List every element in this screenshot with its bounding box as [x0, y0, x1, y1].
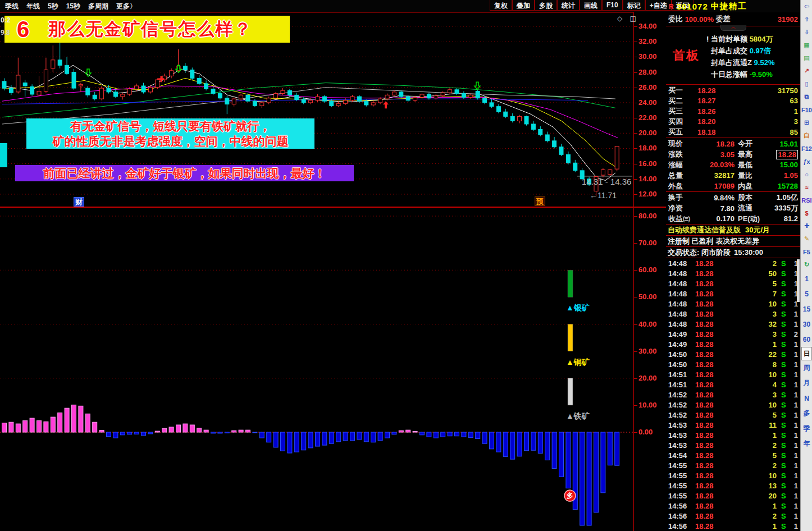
legend-bar — [568, 324, 573, 351]
menu-item-多周期[interactable]: 多周期 — [84, 2, 112, 11]
menu-item-更多〉[interactable]: 更多〉 — [112, 2, 140, 11]
period-button-月[interactable]: 月 — [801, 376, 812, 391]
menu-button-+自选[interactable]: +自选 — [645, 0, 672, 11]
menu-button-统计[interactable]: 统计 — [557, 0, 580, 11]
axis-tick — [634, 26, 637, 27]
draw-icon[interactable]: ✎ — [801, 232, 812, 245]
mine-indicator-panel[interactable]: ▲银矿▲铜矿▲铁矿多 — [0, 207, 633, 531]
down-icon[interactable]: ⇩ — [801, 26, 812, 39]
trend-chart-icon[interactable]: ↗ — [801, 65, 812, 77]
tick-row: 14:4818.2850S1 — [666, 268, 800, 278]
status-text: 交易状态: 闭市阶段 — [668, 248, 731, 258]
stock-title: R 301072 中捷精工 — [669, 1, 747, 12]
period-button-1[interactable]: 1 — [801, 271, 812, 286]
period-button-5[interactable]: 5 — [801, 286, 812, 301]
quote-value: 18.28 — [693, 140, 738, 148]
period-button-日[interactable]: 日 — [801, 347, 812, 360]
tick-list-scrollbar[interactable] — [797, 259, 800, 302]
custom-icon[interactable]: 自 — [801, 129, 812, 142]
quote-value: 9.84% — [693, 194, 738, 202]
refresh-icon[interactable]: ↻ — [801, 258, 812, 271]
quote-row: 换手9.84%股本1.05亿 — [666, 193, 800, 203]
tick-list[interactable]: 14:4818.282S114:4818.2850S114:4818.285S1… — [666, 258, 800, 531]
event-tag-report[interactable]: 财 — [74, 197, 84, 207]
promo-row[interactable]: 自动续费通达信普及版 30元/月 — [666, 225, 800, 236]
move-icon[interactable]: ✚ — [801, 219, 812, 232]
tick-row: 14:5618.281S1 — [666, 521, 800, 531]
formula-icon[interactable]: ƒx — [801, 155, 812, 168]
menu-item-季线[interactable]: 季线 — [1, 2, 22, 11]
weibi-value: 100.00% — [685, 15, 714, 24]
menu-item-5秒[interactable]: 5秒 — [44, 2, 62, 11]
chart-window-icons[interactable]: ◇ ◫ — [617, 15, 639, 22]
back-icon[interactable]: ⇦ — [801, 0, 812, 13]
period-button-年[interactable]: 年 — [801, 436, 812, 451]
multi-window-icon[interactable]: ⧉ — [801, 90, 812, 103]
bid-volume: 31750 — [737, 86, 798, 95]
f5-switch-icon[interactable]: F5 — [801, 245, 812, 258]
bid-levels-section: 买一18.2831750买二18.2763买三18.261买四18.203买五1… — [666, 85, 800, 138]
f10-info-icon[interactable]: F10 — [801, 103, 812, 116]
quote-grid-icon[interactable]: ▦ — [801, 39, 812, 52]
main-axis-label: 26.00 — [638, 83, 657, 91]
menu-button-复权[interactable]: 复权 — [490, 0, 512, 11]
main-axis-label: 32.00 — [638, 37, 657, 45]
tick-row: 14:5018.2822S1 — [666, 349, 800, 359]
sub-axis-label: 70.00 — [638, 239, 657, 247]
period-button-多[interactable]: 多 — [801, 406, 812, 421]
menu-item-年线[interactable]: 年线 — [22, 2, 44, 11]
promo-text: 自动续费通达信普及版 — [668, 225, 741, 235]
up-icon[interactable]: ⇧ — [801, 13, 812, 26]
wave-icon[interactable]: ≈ — [801, 181, 812, 194]
bid-row: 买二18.2763 — [666, 96, 800, 107]
main-axis-label: 22.00 — [638, 113, 657, 122]
tick-row: 14:4818.2810S1 — [666, 299, 800, 309]
menu-button-叠加[interactable]: 叠加 — [512, 0, 535, 11]
event-tag-forecast[interactable]: 预 — [535, 196, 545, 206]
block-tree-icon[interactable]: ⊞ — [801, 116, 812, 129]
rank-list-icon[interactable]: ▤ — [801, 52, 812, 65]
chart-tools-menu: 复权叠加多股统计画线F10标记+自选返回 — [490, 0, 694, 12]
f12-trade-icon[interactable]: F12 — [801, 142, 812, 155]
status-time: 15:30:00 — [734, 248, 763, 257]
axis-tick — [634, 405, 637, 406]
quote-value: 3335万 — [764, 203, 798, 213]
mark-circle-icon[interactable]: ○ — [801, 168, 812, 181]
tick-row: 14:5318.282S1 — [666, 440, 800, 450]
axis-tick — [634, 378, 637, 379]
legend-label: ▲铁矿 — [566, 411, 590, 420]
bid-price: 18.28 — [697, 86, 737, 95]
stat-value: 0.97倍 — [750, 46, 771, 56]
money-icon[interactable]: $ — [801, 207, 812, 219]
bid-volume: 1 — [737, 107, 798, 116]
tick-row: 14:5218.283S1 — [666, 390, 800, 400]
sub-axis-label: 20.00 — [638, 374, 657, 382]
quote-row: 净资7.80流通3335万 — [666, 203, 800, 214]
menu-button-F10[interactable]: F10 — [602, 0, 623, 11]
first-board-badge: 首板 — [666, 26, 706, 84]
quote-row: 涨幅20.03%最低15.00 — [666, 160, 800, 171]
period-button-周[interactable]: 周 — [801, 360, 812, 376]
menu-item-15秒[interactable]: 15秒 — [62, 2, 84, 11]
axis-tick — [634, 72, 637, 73]
note-box-purple: 前面已经讲过，金矿好于银矿，如果同时出现，最好！ — [15, 165, 354, 181]
legend-bar — [568, 270, 573, 297]
period-button-N[interactable]: N — [801, 391, 812, 406]
period-button-15[interactable]: 15 — [801, 301, 812, 317]
main-axis-label: 24.00 — [638, 98, 657, 107]
axis-tick — [634, 164, 637, 164]
period-button-60[interactable]: 60 — [801, 332, 812, 347]
legend-label: ▲银矿 — [566, 303, 590, 312]
period-button-30[interactable]: 30 — [801, 317, 812, 332]
menu-button-画线[interactable]: 画线 — [580, 0, 602, 11]
menu-button-标记[interactable]: 标记 — [623, 0, 645, 11]
rsi-icon[interactable]: RSI — [801, 194, 812, 207]
period-button-季[interactable]: 季 — [801, 421, 812, 436]
kline-icon[interactable]: ▯ — [801, 77, 812, 90]
tick-row: 14:5018.288S1 — [666, 359, 800, 369]
collapse-tab[interactable]: ︿ — [720, 25, 746, 31]
sub-axis-label: 60.00 — [638, 266, 657, 274]
menu-button-多股[interactable]: 多股 — [535, 0, 557, 11]
tick-row: 14:5618.281S1 — [666, 501, 800, 511]
axis-tick — [634, 351, 637, 352]
